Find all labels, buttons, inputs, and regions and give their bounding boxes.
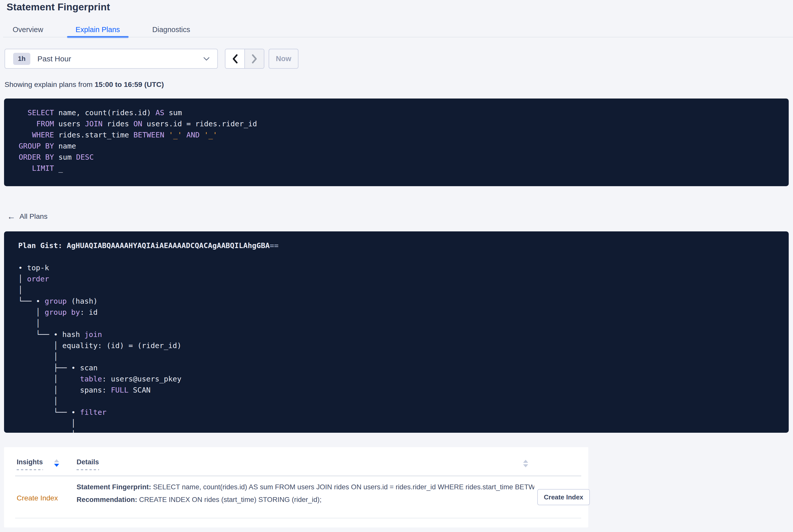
tab-overview[interactable]: Overview <box>13 22 43 37</box>
insight-type-link[interactable]: Create Index <box>17 494 58 502</box>
time-nav-buttons <box>225 49 264 69</box>
tab-bar: Overview Explain Plans Diagnostics <box>13 22 190 37</box>
now-button[interactable]: Now <box>269 49 299 69</box>
time-range-badge: 1h <box>13 53 30 65</box>
details-cell: Statement Fingerprint: SELECT name, coun… <box>77 482 534 505</box>
insights-column-label: Insights <box>17 458 43 470</box>
statement-fingerprint-page: Statement Fingerprint Overview Explain P… <box>0 0 793 532</box>
tabs-divider <box>3 37 793 37</box>
row-divider <box>15 518 581 518</box>
prev-time-button[interactable] <box>225 49 244 68</box>
tab-explain-plans[interactable]: Explain Plans <box>76 22 120 37</box>
column-header-insights[interactable]: Insights <box>17 458 77 470</box>
all-plans-label: All Plans <box>19 212 48 221</box>
time-range-text: 15:00 to 16:59 (UTC) <box>95 80 164 89</box>
detail-fingerprint-line: Statement Fingerprint: SELECT name, coun… <box>77 482 534 492</box>
table-header: Insights Details <box>4 447 588 470</box>
table-row: Create Index Statement Fingerprint: SELE… <box>4 476 588 528</box>
column-header-details[interactable]: Details <box>77 458 99 470</box>
showing-plans-text: Showing explain plans from 15:00 to 16:5… <box>4 80 164 89</box>
sort-icons-insights <box>54 459 59 467</box>
chevron-right-icon <box>251 54 258 64</box>
detail-fingerprint-text: SELECT name, count(rides.id) AS sum FROM… <box>151 483 534 491</box>
detail-recommendation-line: Recommendation: CREATE INDEX ON rides (s… <box>77 495 534 505</box>
showing-plans-prefix: Showing explain plans from <box>4 80 95 89</box>
insights-table: Insights Details Create Index Statement … <box>4 447 588 528</box>
detail-fingerprint-label: Statement Fingerprint: <box>77 483 151 491</box>
create-index-button[interactable]: Create Index <box>537 489 590 505</box>
sort-down-icon <box>54 464 59 467</box>
sort-up-icon <box>523 460 528 463</box>
chevron-down-icon <box>203 57 210 61</box>
plan-gist-box: Plan Gist: AgHUAQIABQAAAAHYAQIAiAEAAAADC… <box>4 231 789 433</box>
sql-statement-box: SELECT name, count(rides.id) AS sum FROM… <box>4 98 789 186</box>
sort-down-icon <box>523 464 528 467</box>
time-range-dropdown[interactable]: 1h Past Hour <box>4 49 218 69</box>
chevron-left-icon <box>232 54 238 64</box>
sort-up-icon <box>54 459 59 462</box>
next-time-button[interactable] <box>244 49 264 68</box>
all-plans-link[interactable]: ← All Plans <box>7 212 48 221</box>
details-column-label: Details <box>77 458 99 470</box>
sql-statement-code: SELECT name, count(rides.id) AS sum FROM… <box>19 107 779 174</box>
back-arrow-icon: ← <box>7 212 15 221</box>
tab-diagnostics[interactable]: Diagnostics <box>152 22 190 37</box>
detail-recommendation-text: CREATE INDEX ON rides (start_time) STORI… <box>137 496 321 504</box>
detail-recommendation-label: Recommendation: <box>77 496 137 504</box>
time-range-label: Past Hour <box>37 55 71 63</box>
plan-tree-code: Plan Gist: AgHUAQIABQAAAAHYAQIAiAEAAAADC… <box>18 240 779 433</box>
page-title: Statement Fingerprint <box>6 1 110 13</box>
sort-icons-details[interactable] <box>523 460 528 467</box>
